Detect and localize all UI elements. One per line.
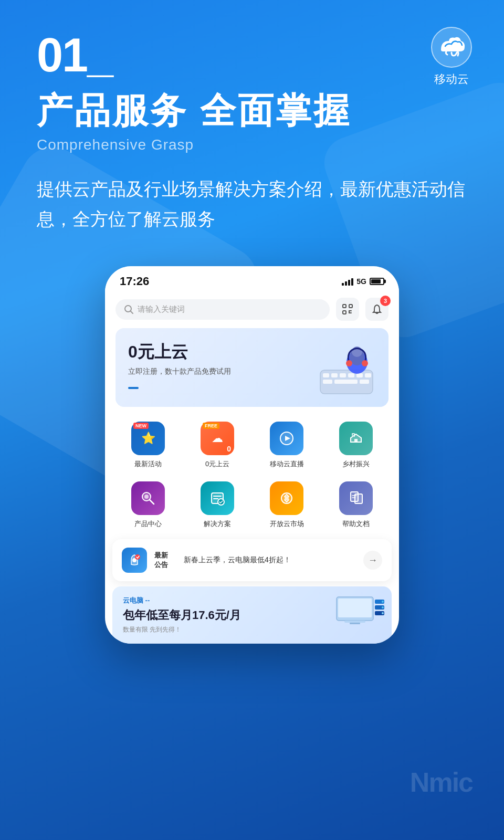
svg-rect-8 — [340, 373, 346, 377]
nav-item-live[interactable]: 移动云直播 — [252, 415, 321, 475]
header-section: 01_ 产品服务 全面掌握 Comprehensive Grasp 提供云产品及… — [0, 0, 504, 235]
main-banner[interactable]: 0元上云 立即注册，数十款产品免费试用 — [116, 328, 388, 407]
section-number: 01_ — [37, 32, 467, 79]
svg-rect-13 — [334, 380, 358, 384]
announcement-arrow[interactable]: → — [363, 551, 382, 570]
announcement-tag2: 公告 — [154, 560, 176, 570]
svg-rect-14 — [360, 380, 369, 384]
banner-image — [315, 333, 378, 402]
bell-icon — [371, 303, 383, 315]
announcement-bar[interactable]: 最新 公告 新春上云季，云电脑最低4折起！ → — [112, 539, 392, 581]
search-icon — [124, 304, 133, 314]
svg-rect-36 — [350, 623, 360, 624]
nav-item-product-center[interactable]: 产品中心 — [113, 475, 183, 535]
title-chinese: 产品服务 全面掌握 — [37, 89, 467, 132]
svg-point-24 — [144, 495, 149, 499]
watermark: Nmic — [410, 766, 472, 798]
svg-rect-3 — [349, 304, 352, 308]
nav-item-solutions[interactable]: 解决方案 — [183, 475, 252, 535]
nav-item-marketplace[interactable]: 开放云市场 — [252, 475, 321, 535]
svg-rect-4 — [343, 311, 346, 314]
notification-button[interactable]: 3 — [365, 298, 388, 321]
svg-rect-9 — [348, 373, 354, 377]
svg-point-41 — [382, 606, 384, 608]
nav-item-latest-activity[interactable]: ⭐ NEW 最新活动 — [113, 415, 183, 475]
status-time: 17:26 — [120, 275, 149, 288]
product-center-label: 产品中心 — [134, 519, 162, 529]
nav-item-docs[interactable]: 帮助文档 — [321, 475, 391, 535]
phone-mockup-container: 17:26 5G 请输入关键词 — [0, 266, 504, 644]
announcement-text: 新春上云季，云电脑最低4折起！ — [184, 555, 356, 565]
svg-point-42 — [382, 612, 384, 614]
solutions-label: 解决方案 — [204, 519, 231, 529]
scan-button[interactable] — [336, 298, 359, 321]
svg-rect-10 — [356, 373, 363, 377]
search-input-wrap[interactable]: 请输入关键词 — [116, 299, 330, 320]
5g-label: 5G — [356, 277, 366, 286]
search-placeholder: 请输入关键词 — [138, 304, 185, 314]
cloud-pc-banner[interactable]: 云电脑 -- 包年低至每月17.6元/月 数量有限 先到先得！ — [112, 586, 392, 644]
description-text: 提供云产品及行业场景解决方案介绍，最新优惠活动信息，全方位了解云服务 — [37, 174, 467, 235]
svg-rect-11 — [365, 373, 371, 377]
rural-label: 乡村振兴 — [342, 459, 370, 469]
phone-mockup: 17:26 5G 请输入关键词 — [105, 266, 399, 644]
product-center-icon — [131, 481, 165, 515]
svg-rect-35 — [344, 621, 365, 623]
svg-rect-34 — [338, 598, 372, 617]
svg-rect-6 — [323, 373, 329, 377]
nav-icon-grid: ⭐ NEW 最新活动 ☁ FREE 0 0元上云 — [105, 415, 399, 535]
latest-activity-label: 最新活动 — [134, 459, 162, 469]
svg-point-19 — [362, 360, 368, 366]
nav-item-rural[interactable]: 乡村振兴 — [321, 415, 391, 475]
docs-label: 帮助文档 — [342, 519, 370, 529]
announcement-tag: 最新 — [154, 551, 176, 560]
status-icons: 5G — [342, 277, 384, 286]
svg-point-32 — [135, 554, 140, 560]
svg-point-40 — [382, 601, 384, 603]
docs-icon — [339, 481, 373, 515]
svg-point-18 — [346, 360, 352, 366]
live-icon — [270, 422, 303, 455]
status-bar: 17:26 5G — [105, 266, 399, 293]
battery-icon — [370, 278, 384, 285]
svg-rect-7 — [331, 373, 338, 377]
notification-badge: 3 — [380, 296, 391, 306]
svg-point-1 — [125, 306, 131, 312]
free-cloud-label: 0元上云 — [205, 459, 229, 469]
nav-item-free-cloud[interactable]: ☁ FREE 0 0元上云 — [183, 415, 252, 475]
cloud-pc-image — [334, 592, 386, 628]
svg-rect-22 — [354, 439, 358, 442]
signal-icon — [342, 277, 353, 286]
svg-rect-2 — [343, 304, 346, 308]
svg-rect-12 — [323, 380, 332, 384]
scan-icon — [342, 303, 353, 315]
solutions-icon — [201, 481, 234, 515]
marketplace-icon — [270, 481, 303, 515]
search-bar[interactable]: 请输入关键词 3 — [116, 298, 388, 321]
marketplace-label: 开放云市场 — [270, 519, 304, 529]
free-cloud-icon: ☁ FREE 0 — [201, 422, 234, 455]
announcement-icon — [122, 548, 147, 573]
rural-icon — [339, 422, 373, 455]
banner-dot — [128, 387, 139, 389]
title-english: Comprehensive Grasp — [37, 136, 467, 153]
announcement-tag-wrap: 最新 公告 — [154, 551, 176, 570]
latest-activity-icon: ⭐ NEW — [131, 422, 165, 455]
live-label: 移动云直播 — [270, 459, 304, 469]
